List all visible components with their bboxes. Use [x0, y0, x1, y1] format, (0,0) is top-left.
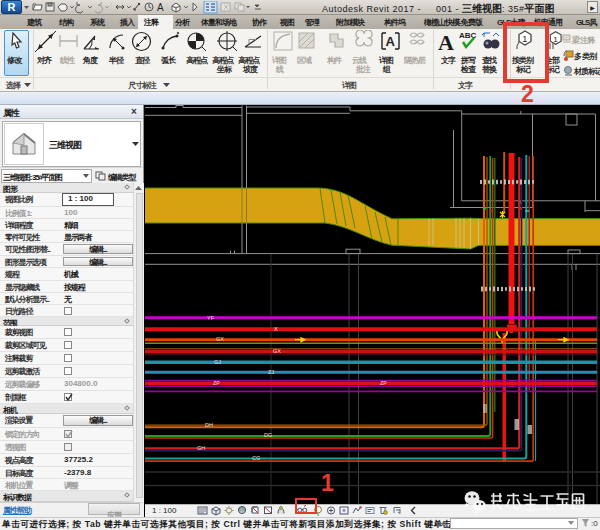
svg-text:GJ: GJ	[214, 359, 221, 365]
svg-text:ZP: ZP	[380, 380, 387, 386]
svg-text:A: A	[157, 2, 164, 13]
svg-text:GX: GX	[273, 348, 281, 354]
svg-text:DH: DH	[205, 422, 213, 428]
svg-text:X: X	[274, 326, 278, 332]
svg-text:ZJ: ZJ	[268, 369, 274, 375]
svg-text:1: 1	[553, 35, 558, 44]
svg-text:GX: GX	[216, 336, 224, 342]
svg-text:YF: YF	[207, 315, 215, 321]
svg-text:GH: GH	[197, 445, 205, 451]
svg-text:DG: DG	[264, 432, 272, 438]
svg-text:CG: CG	[252, 455, 260, 461]
svg-text:ZP: ZP	[213, 380, 220, 386]
svg-text:A: A	[386, 34, 396, 49]
